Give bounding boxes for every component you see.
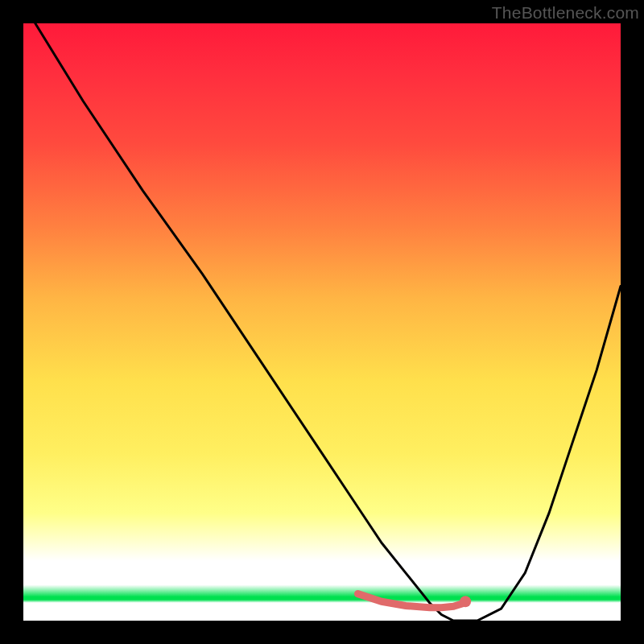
plot-area xyxy=(23,23,621,621)
marker-dot xyxy=(460,596,471,607)
marker-segment xyxy=(358,594,466,608)
main-curve xyxy=(35,23,621,621)
attribution-text: TheBottleneck.com xyxy=(492,3,639,23)
chart-svg xyxy=(23,23,621,621)
chart-container: TheBottleneck.com xyxy=(0,0,644,644)
